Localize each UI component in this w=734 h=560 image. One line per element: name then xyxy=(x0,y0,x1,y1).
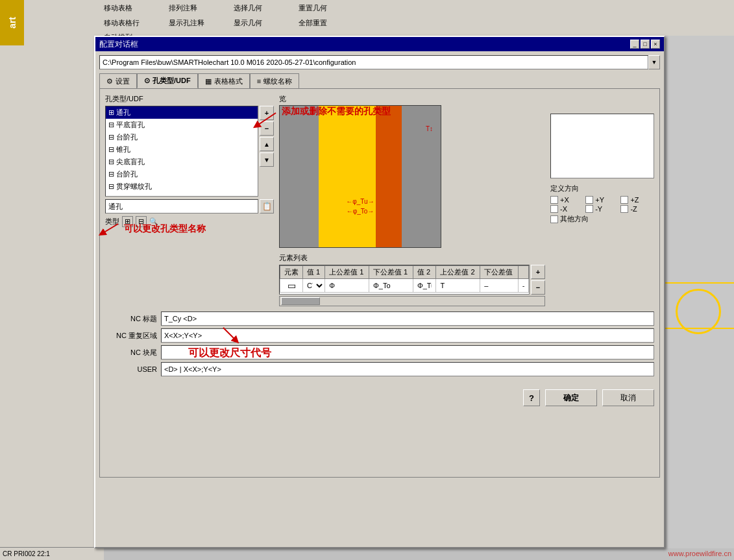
direction-label: 定义方向 xyxy=(550,184,654,193)
confirm-button[interactable]: 确定 xyxy=(545,389,597,406)
nc-repeat-input[interactable] xyxy=(161,328,654,343)
path-bar: ▼ xyxy=(99,55,660,69)
hole-type-icon-0: ⊞ xyxy=(108,108,114,117)
path-dropdown-button[interactable]: ▼ xyxy=(648,55,660,69)
upper-tol1-input[interactable] xyxy=(372,280,410,291)
user-input[interactable] xyxy=(161,362,654,376)
preview-section: 览 ←φ_To→ xyxy=(279,94,545,248)
hole-type-name-input[interactable] xyxy=(105,199,258,213)
move-down-button[interactable]: ▼ xyxy=(260,152,274,167)
tab-table-format[interactable]: ▦ 表格格式 xyxy=(198,73,250,88)
app-title: art xyxy=(7,17,18,29)
app-logo: art xyxy=(0,0,24,45)
plus-z-checkbox[interactable] xyxy=(620,196,628,204)
lower-tol2-cell[interactable] xyxy=(519,279,529,293)
type-icon-btn-2[interactable]: ⊟ xyxy=(136,216,147,227)
status-text: CR PRI002 22:1 xyxy=(3,550,50,557)
tab-thread-name[interactable]: ≡ 螺纹名称 xyxy=(250,73,299,88)
hole-type-icon-3: ⊟ xyxy=(108,145,114,154)
type-label: 类型 xyxy=(105,217,119,226)
list-item[interactable]: ⊟ 锥孔 xyxy=(106,143,258,156)
plus-y-checkbox[interactable] xyxy=(585,196,593,204)
list-item[interactable]: ⊟ 台阶孔 xyxy=(106,131,258,143)
list-item[interactable]: ⊟ 贯穿螺纹孔 xyxy=(106,180,258,193)
tab-bar: ⚙ 设置 ⊙ 孔类型/UDF ▦ 表格格式 ≡ 螺纹名称 xyxy=(99,73,660,88)
table-scrollbar-h[interactable] xyxy=(279,296,545,306)
element-type-select[interactable]: CYLINDER xyxy=(303,279,324,292)
path-input[interactable] xyxy=(99,55,648,69)
preview-inner-red-right xyxy=(376,106,402,247)
list-item[interactable]: ⊞ 通孔 xyxy=(106,106,258,119)
lower-tol2-input[interactable] xyxy=(521,280,526,291)
tab-hole-types[interactable]: ⊙ 孔类型/UDF xyxy=(137,73,198,88)
toolbar-item-5[interactable]: 移动表格行 xyxy=(104,18,140,28)
minus-z-checkbox[interactable] xyxy=(620,205,628,213)
value2-cell[interactable] xyxy=(436,279,480,293)
plus-x-label: +X xyxy=(560,196,569,204)
dir-other: 其他方向 xyxy=(550,214,654,224)
minus-x-label: -X xyxy=(560,205,567,213)
help-button[interactable]: ? xyxy=(523,389,540,406)
copy-icon: 📋 xyxy=(262,202,272,211)
col-header-upper1: 上公差值 1 xyxy=(325,266,369,279)
minimize-button[interactable]: _ xyxy=(630,40,639,49)
hole-type-icon-1: ⊟ xyxy=(108,121,114,129)
copy-button[interactable]: 📋 xyxy=(260,199,274,213)
hole-icon: ⊙ xyxy=(144,77,150,85)
dir-minus-y: -Y xyxy=(585,205,619,213)
nc-repeat-label: NC 重复区域 xyxy=(105,331,157,341)
tab-settings[interactable]: ⚙ 设置 xyxy=(99,73,137,88)
nc-title-input[interactable] xyxy=(161,311,654,326)
value2-input[interactable] xyxy=(439,280,477,291)
plus-x-checkbox[interactable] xyxy=(550,196,558,204)
toolbar-item-6[interactable]: 显示孔注释 xyxy=(169,18,204,28)
toolbar-item-3[interactable]: 选择几何 xyxy=(234,3,262,13)
value1-cell[interactable] xyxy=(325,279,369,293)
minus-x-checkbox[interactable] xyxy=(550,205,558,213)
toolbar-item-1[interactable]: 移动表格 xyxy=(104,3,132,13)
list-item[interactable]: ⊟ 台阶孔 xyxy=(106,168,258,180)
table-side-buttons: + − xyxy=(531,265,545,295)
toolbar-item-2[interactable]: 排列注释 xyxy=(169,3,197,13)
value1-input[interactable] xyxy=(328,280,366,291)
table-with-buttons: 元素 值 1 上公差值 1 下公差值 1 值 2 上公差值 2 下公差值 xyxy=(279,265,545,295)
preview-right-gray xyxy=(402,106,441,247)
dialog-titlebar: 配置对话框 _ □ × xyxy=(95,37,664,51)
type-icon-btn-1[interactable]: ⊞ xyxy=(122,216,133,227)
nc-tail-input[interactable] xyxy=(161,345,654,359)
close-button[interactable]: × xyxy=(651,40,660,49)
right-list-box[interactable] xyxy=(550,114,654,178)
upper-tol2-cell[interactable] xyxy=(480,279,519,293)
remove-hole-type-button[interactable]: − xyxy=(260,121,274,136)
preview-dim-line2: ←φ_Tu→ xyxy=(315,198,405,205)
minus-z-label: -Z xyxy=(630,205,637,213)
type-search-button[interactable]: 🔍 xyxy=(149,217,158,226)
list-item[interactable]: ⊟ 平底盲孔 xyxy=(106,119,258,131)
minus-y-label: -Y xyxy=(595,205,602,213)
add-row-button[interactable]: + xyxy=(531,265,545,279)
lower-tol1-cell[interactable] xyxy=(413,279,436,293)
preview-dim-line: ←φ_To→ xyxy=(315,208,405,215)
element-select-cell[interactable]: CYLINDER xyxy=(303,279,325,293)
upper-tol2-input[interactable] xyxy=(483,280,515,291)
preview-dim-height: T↕ xyxy=(426,125,433,132)
other-dir-checkbox[interactable] xyxy=(550,215,558,223)
upper-tol1-cell[interactable] xyxy=(369,279,413,293)
hole-type-list[interactable]: ⊞ 通孔 ⊟ 平底盲孔 ⊟ 台阶孔 xyxy=(105,106,258,197)
toolbar-item-4[interactable]: 重置几何 xyxy=(299,3,327,13)
maximize-button[interactable]: □ xyxy=(641,40,650,49)
elements-table: 元素 值 1 上公差值 1 下公差值 1 值 2 上公差值 2 下公差值 xyxy=(280,265,529,293)
nc-title-row: NC 标题 xyxy=(105,311,654,326)
minus-y-checkbox[interactable] xyxy=(585,205,593,213)
preview-area-wrapper: 览 ←φ_To→ xyxy=(279,94,545,248)
cancel-button[interactable]: 取消 xyxy=(602,389,654,406)
scroll-thumb[interactable] xyxy=(281,297,320,305)
list-item[interactable]: ⊟ 尖底盲孔 xyxy=(106,156,258,168)
lower-tol1-input[interactable] xyxy=(416,280,434,291)
remove-row-button[interactable]: − xyxy=(531,280,545,295)
move-up-button[interactable]: ▲ xyxy=(260,137,274,151)
row-icon-cell: ▭ xyxy=(280,279,303,293)
toolbar-item-7[interactable]: 显示几何 xyxy=(234,18,262,28)
add-hole-type-button[interactable]: + xyxy=(260,106,274,120)
toolbar-item-8[interactable]: 全部重置 xyxy=(299,18,327,28)
